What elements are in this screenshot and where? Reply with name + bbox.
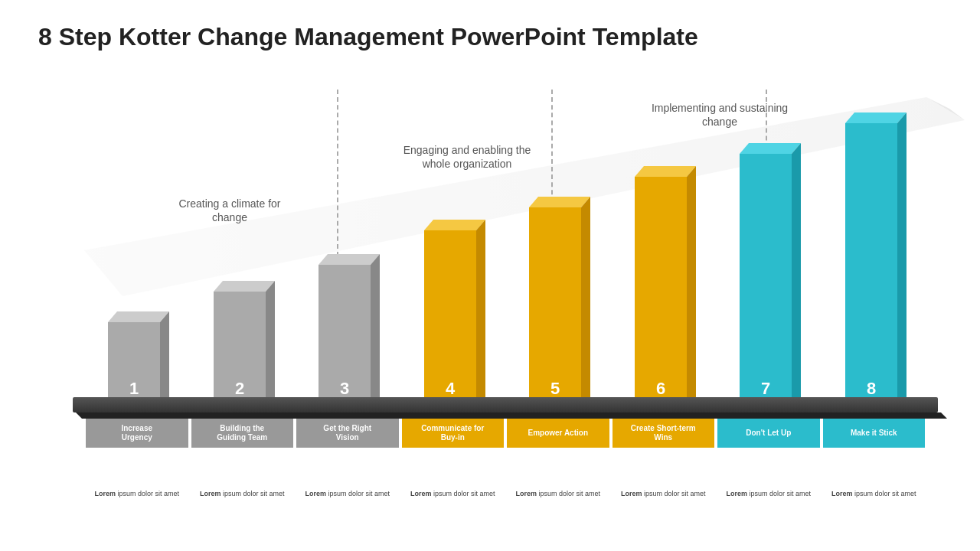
svg-text:7: 7 [761,379,770,398]
bar-3d-5: 5 [529,197,586,403]
labels-row: IncreaseUrgency Building theGuiding Team… [84,419,926,448]
svg-text:8: 8 [867,379,876,398]
bar-svg-3: 3 [318,254,380,403]
bars-container: 1 2 [84,112,926,403]
svg-marker-18 [529,207,581,403]
label-box-7: Don't Let Up [717,419,820,448]
desc-4: Lorem ipsum dolor sit amet [400,490,506,499]
svg-marker-3 [108,311,169,322]
svg-marker-4 [160,311,169,403]
svg-marker-31 [845,112,906,123]
bar-svg-1: 1 [108,311,169,403]
label-box-6: Create Short-termWins [612,419,715,448]
bar-group-8: 8 [822,112,927,403]
bar-svg-2: 2 [214,281,275,403]
desc-3: Lorem ipsum dolor sit amet [295,490,400,499]
svg-text:4: 4 [446,379,456,398]
svg-marker-32 [897,112,906,403]
base-platform [73,397,938,412]
svg-marker-30 [845,123,897,403]
svg-text:1: 1 [129,379,139,398]
desc-2: Lorem ipsum dolor sit amet [190,490,296,499]
bar-svg-6: 6 [635,166,696,403]
svg-marker-12 [371,254,380,403]
label-box-4: Communicate forBuy-in [402,419,505,448]
svg-marker-24 [687,166,696,403]
svg-text:5: 5 [550,379,560,398]
svg-marker-7 [214,281,275,292]
svg-marker-27 [740,143,801,154]
svg-marker-16 [476,220,485,403]
bar-group-4: 4 [400,220,506,403]
label-box-1: IncreaseUrgency [86,419,188,448]
desc-8: Lorem ipsum dolor sit amet [822,490,927,499]
chart-area: Creating a climate forchange Engaging an… [38,59,942,503]
descriptions-row: Lorem ipsum dolor sit amet Lorem ipsum d… [84,490,926,499]
svg-marker-20 [581,197,590,403]
label-box-5: Empower Action [507,419,609,448]
desc-6: Lorem ipsum dolor sit amet [611,490,717,499]
svg-marker-28 [792,143,801,403]
bar-group-1: 1 [84,311,190,403]
desc-1: Lorem ipsum dolor sit amet [84,490,190,499]
bar-3d-3: 3 [318,254,376,403]
bar-group-5: 5 [505,197,611,403]
bar-3d-6: 6 [635,166,692,403]
bar-3d-4: 4 [424,220,482,403]
svg-marker-19 [529,197,590,207]
svg-marker-11 [318,254,380,265]
svg-text:2: 2 [235,379,244,398]
slide: 8 Step Kotter Change Management PowerPoi… [0,0,980,551]
bar-group-7: 7 [716,143,822,403]
bar-3d-1: 1 [108,311,165,403]
bar-3d-8: 8 [845,112,903,403]
bar-group-2: 2 [190,281,296,403]
bar-3d-2: 2 [214,281,271,403]
desc-5: Lorem ipsum dolor sit amet [505,490,611,499]
bar-svg-7: 7 [740,143,801,403]
svg-marker-22 [635,177,687,403]
desc-7: Lorem ipsum dolor sit amet [716,490,822,499]
svg-marker-8 [266,281,275,403]
label-box-2: Building theGuiding Team [191,419,294,448]
svg-marker-14 [424,230,476,403]
bar-svg-5: 5 [529,197,590,403]
page-title: 8 Step Kotter Change Management PowerPoi… [38,23,942,51]
svg-marker-15 [424,220,485,230]
label-box-8: Make it Stick [823,419,926,448]
bar-3d-7: 7 [740,143,797,403]
svg-marker-23 [635,166,696,177]
bar-group-3: 3 [295,254,400,403]
svg-marker-26 [740,154,792,403]
bar-svg-4: 4 [424,220,485,403]
bar-group-6: 6 [611,166,717,403]
label-box-3: Get the RightVision [296,419,399,448]
svg-text:6: 6 [656,379,665,398]
bar-svg-8: 8 [845,112,906,403]
svg-text:3: 3 [340,379,349,398]
